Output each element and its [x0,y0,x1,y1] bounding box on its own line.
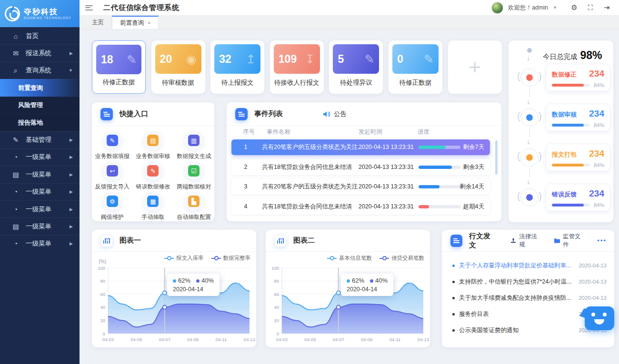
progress-fill [552,164,584,167]
quick-entry-反馈报文导入[interactable]: ↩反馈报文导入 [92,160,133,191]
table-row[interactable]: 3共有20笔客户的五级分类状态为关注2020-04-13 13:23:31剩余1… [231,179,490,195]
event-table-header: 序号 事件名称 发起时间 进度 [227,127,501,138]
sidebar-item-报送系统[interactable]: ✉报送系统▶ [0,44,80,61]
pen-icon: ✎ [424,52,434,66]
today-summary-card: ↓ 今日总完成 98% 数据修正23484%↓数据审核23484%↓报文打包23… [509,40,613,222]
sidebar-item-一级菜单[interactable]: ◔一级菜单▶ [0,235,80,252]
sidebar-item-一级菜单[interactable]: ▤一级菜单▶ [0,166,80,183]
event-name: 共有20笔客户的五级分类状态为关注 [262,179,358,195]
chart-icon [274,235,287,247]
chat-smiley-icon[interactable] [585,306,614,330]
node-dot [526,114,533,121]
tab-regulatory-label: 监管文件 [563,233,585,249]
tooltip-value: 40% [196,277,214,284]
auto-extract-config-icon: ▙ [188,196,200,207]
stat-card-待修正数据[interactable]: 18✎待修正数据 [92,40,146,94]
quick-entry-阀值维护[interactable]: ⚙阀值维护 [92,191,133,221]
stat-card-待处理异议[interactable]: 5✎待处理异议 [329,40,383,94]
sidebar-subitem-风险管理[interactable]: 风险管理 [0,97,80,114]
event-time: 2020-04-13 13:23:31 [359,159,414,175]
sidebar-item-一级菜单[interactable]: ◔一级菜单▶ [0,148,80,166]
legend-item[interactable]: 报文入库率 [164,255,204,262]
more-icon[interactable]: ••• [597,237,607,244]
avatar[interactable] [491,2,503,14]
document-list-item[interactable]: 公示美国签证费的通知2020-04-13 [449,323,607,337]
progress-bar [552,84,590,87]
tooltip-dot [196,279,200,283]
add-stat-card-button[interactable]: + [448,40,502,94]
law-regulation-icon [510,237,516,244]
svg-text:04-13: 04-13 [418,337,429,342]
legend-item[interactable]: 借贷交易笔数 [379,255,424,262]
timeline-value: 234 [589,69,604,79]
stat-card-待修正数据[interactable]: 0✎待修正数据 [389,40,442,94]
tab-主页[interactable]: 主页 [84,16,112,29]
sidebar-item-首页[interactable]: ⌂首页 [0,27,80,44]
table-row[interactable]: 4共有18笔贷款业务合同信息未结清2020-04-13 13:23:31超期4天 [231,199,490,215]
logout-icon[interactable]: ⇥ [601,3,612,12]
stat-card-value: 5 [338,53,344,66]
table-row[interactable]: 1共有20笔客户的五级分类状态为关注...2020-04-13 13:23:31… [231,139,490,155]
quick-entry-业务数据审核[interactable]: ▤业务数据审核 [133,130,174,160]
sidebar-subitem-报告落地[interactable]: 报告落地 [0,114,80,131]
announcement-link[interactable]: 公告 [323,110,347,118]
col-progress: 进度 [418,128,429,136]
tooltip-date: 2020-04-14 [173,286,214,293]
gear-icon[interactable]: ⚙ [569,3,580,12]
close-icon[interactable]: × [148,20,150,26]
welcome-text: 欢迎您！ [508,4,532,11]
stat-card-block: 5✎ [333,44,379,74]
event-status: 剩余14天 [460,179,484,195]
chart-one-body[interactable]: 报文入库率数据完整率(%)02040608010004-0304-0504-07… [92,252,256,347]
event-list-title: 事件列表 [254,109,283,118]
chart-one-card: 图表一 报文入库率数据完整率(%)02040608010004-0304-050… [92,230,256,347]
quick-entry-业务数据填报[interactable]: ✎业务数据填报 [92,130,133,160]
user-welcome[interactable]: 欢迎您！admin [508,4,548,12]
legend-item[interactable]: 基本信息笔数 [327,255,372,262]
scrollbar[interactable] [495,140,498,175]
tabbar: 主页前置查询× [80,16,619,30]
document-date: 2020-04-13 [579,263,607,268]
legend-item[interactable]: 数据完整率 [211,255,251,262]
sidebar-subitem-前置查询[interactable]: 前置查询 [0,79,80,96]
stat-card-待上报报文[interactable]: 32↥待上报报文 [210,40,264,94]
error-modify-icon: ✎ [147,165,159,177]
sidebar-item-一级菜单[interactable]: ▤一级菜单▶ [0,217,80,235]
quick-entry-错误数据修改[interactable]: ✎错误数据修改 [133,160,174,191]
timeline-connector [529,129,530,137]
legend-marker-icon [164,256,174,260]
chart-two-body[interactable]: 基本信息笔数借贷交易笔数02040608010004-0304-0504-070… [266,252,430,347]
sidebar-item-一级菜单[interactable]: ◔一级菜单▶ [0,200,80,217]
quick-entry-两端数据核对[interactable]: ☑两端数据核对 [173,160,214,191]
icon-circle: ⚙ [102,192,122,211]
svg-text:04-05: 04-05 [304,337,316,342]
sidebar-item-基础管理[interactable]: ✎基础管理▶ [0,131,80,148]
tab-law-regulation[interactable]: 法律法规 [510,233,541,249]
svg-text:100: 100 [271,266,279,271]
stat-card-待审核数据[interactable]: 20◉待审核数据 [151,40,205,94]
quick-entry-label: 手动抽取 [141,213,164,221]
document-list-item[interactable]: 关于个人存量浮动利率贷款定价基础利率...2020-04-13 [449,258,607,273]
quick-entry-手动抽取[interactable]: ▦手动抽取 [133,191,174,221]
chart-legend: 报文入库率数据完整率 [164,255,250,262]
sidebar-item-查询系统[interactable]: ⌕查询系统▼ [0,62,80,79]
stat-card-label: 待接收人行报文 [270,79,324,87]
stat-card-value: 18 [101,53,113,66]
stat-card-待接收人行报文[interactable]: 109↧待接收人行报文 [270,40,324,94]
quick-entry-数据报文生成[interactable]: ▥数据报文生成 [173,130,214,160]
tab-前置查询[interactable]: 前置查询× [112,16,159,29]
quick-entry-label: 阀值维护 [101,213,124,221]
quick-entry-自动抽取配置[interactable]: ▙自动抽取配置 [173,191,214,221]
sidebar-collapse-icon[interactable] [85,4,93,11]
fullscreen-icon[interactable]: ⛶ [585,3,596,12]
svg-text:04-09: 04-09 [361,337,372,342]
speaker-icon [323,111,330,118]
sidebar-item-一级菜单[interactable]: ◔一级菜单▶ [0,183,80,200]
node-dot [526,154,533,161]
tab-regulatory-files[interactable]: 监管文件 [554,233,585,249]
document-list-item[interactable]: 关于加大手续费减免配合支持肺炎疫情防...2020-04-13 [449,291,607,305]
chevron-down-icon[interactable]: ▼ [553,5,557,10]
progress-bar [419,146,460,149]
document-list-item[interactable]: 支持防控，中信银行为您提供7*24小时温...2020-04-13 [449,275,607,289]
table-row[interactable]: 2共有18笔贷款业务合同信息未结清2020-04-13 13:23:31剩余3天 [231,159,490,175]
